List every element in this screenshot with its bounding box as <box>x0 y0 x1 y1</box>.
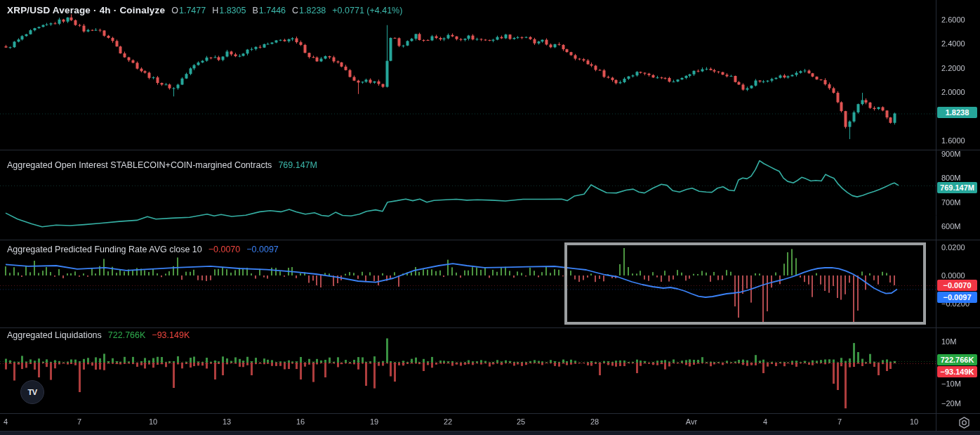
price-axis-label: 0.0000 <box>941 271 965 280</box>
time-axis-label: 7 <box>77 417 81 426</box>
chart-canvas[interactable] <box>0 0 980 435</box>
last-value-badge: 769.147M <box>937 182 977 193</box>
price-pane-legend[interactable]: XRP/USD Average · 4h · Coinalyze O1.7477… <box>7 5 402 15</box>
tradingview-logo-glyph: TV <box>27 388 37 396</box>
ohlc-high: H1.8305 <box>212 6 246 15</box>
open-interest-value: 769.147M <box>278 160 317 170</box>
open-interest-title: Aggregated Open Interest STABLECOIN+COIN… <box>7 160 272 170</box>
liquidations-short-value: −93.149K <box>152 330 190 340</box>
price-change: +0.0771 (+4.41%) <box>332 6 402 15</box>
funding-ma-value: −0.0097 <box>246 245 279 254</box>
last-value-badge: 1.8238 <box>937 107 977 118</box>
last-value-badge: −93.149K <box>937 366 977 377</box>
time-axis-label: 4 <box>763 417 767 426</box>
price-axis-label: 10M <box>941 337 956 346</box>
price-axis-label: 2.2000 <box>941 64 965 72</box>
time-axis-label: Avr <box>686 417 697 426</box>
price-axis-label: −20M <box>941 399 961 408</box>
price-axis[interactable]: 2.60002.40002.20002.00001.6000900M800M70… <box>936 0 980 431</box>
symbol-title: XRP/USD Average · 4h · Coinalyze <box>7 5 165 15</box>
price-axis-label: 2.6000 <box>941 15 965 24</box>
time-axis-label: 22 <box>444 417 452 426</box>
last-value-badge: 722.766K <box>937 354 977 365</box>
time-axis-label: 28 <box>590 417 599 426</box>
settings-icon[interactable] <box>953 415 974 430</box>
liquidations-legend[interactable]: Aggregated Liquidations 722.766K −93.149… <box>7 330 190 340</box>
price-axis-label: 900M <box>941 150 961 158</box>
tradingview-logo[interactable]: TV <box>20 380 44 404</box>
time-axis-label: 7 <box>837 417 842 426</box>
chart-application: XRP/USD Average · 4h · Coinalyze O1.7477… <box>0 0 980 435</box>
price-axis-label: 2.4000 <box>941 39 965 48</box>
price-axis-label: 1.6000 <box>941 136 965 145</box>
open-interest-legend[interactable]: Aggregated Open Interest STABLECOIN+COIN… <box>7 160 317 170</box>
funding-rate-title: Aggregated Predicted Funding Rate AVG cl… <box>7 245 202 254</box>
last-value-badge: −0.0070 <box>937 280 977 291</box>
price-axis-label: 2.0000 <box>941 88 965 96</box>
ohlc-close: C1.8238 <box>292 6 326 15</box>
time-axis-label: 19 <box>370 417 378 426</box>
bottom-strip <box>0 431 980 435</box>
liquidations-long-value: 722.766K <box>108 330 146 340</box>
time-axis[interactable]: 4710131619222528Avr4710 <box>0 414 936 431</box>
funding-hist-value: −0.0070 <box>208 245 241 254</box>
funding-rate-legend[interactable]: Aggregated Predicted Funding Rate AVG cl… <box>7 245 279 254</box>
price-axis-label: 600M <box>941 222 961 231</box>
time-axis-label: 25 <box>517 417 525 426</box>
time-axis-label: 10 <box>149 417 157 426</box>
hexagon-gear-icon <box>958 416 971 429</box>
price-axis-label: 700M <box>941 198 961 207</box>
time-axis-label: 16 <box>296 417 305 426</box>
price-axis-label: −10M <box>941 379 961 388</box>
time-axis-label: 13 <box>223 417 231 426</box>
ohlc-open: O1.7477 <box>171 6 206 15</box>
time-axis-label: 4 <box>4 417 8 426</box>
price-axis-label: 800M <box>941 174 961 182</box>
last-value-badge: −0.0097 <box>937 292 977 303</box>
time-axis-label: 10 <box>910 417 918 426</box>
ohlc-low: B1.7446 <box>252 6 286 15</box>
price-axis-label: 0.0200 <box>941 243 965 252</box>
liquidations-title: Aggregated Liquidations <box>7 330 102 340</box>
